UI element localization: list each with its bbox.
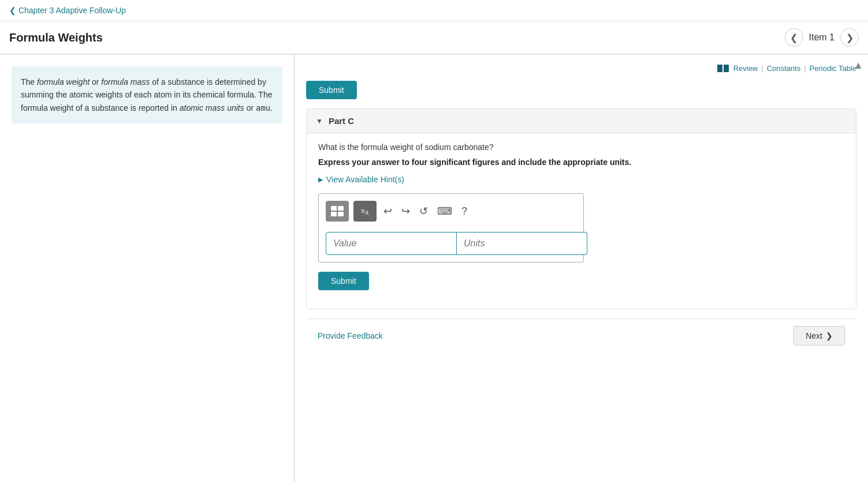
svg-rect-0 xyxy=(331,206,337,211)
formula-weight-italic: formula weight xyxy=(37,77,90,87)
submit-button-part-c[interactable]: Submit xyxy=(318,272,369,290)
constants-link[interactable]: Constants xyxy=(767,64,801,73)
breadcrumb-bar: ❮ Chapter 3 Adaptive Follow-Up xyxy=(0,0,868,21)
widget-toolbar: nA ↩ ↪ ↺ ⌨ ? xyxy=(326,201,576,226)
item-next-button[interactable]: ❯ xyxy=(840,28,859,47)
page-title: Formula Weights xyxy=(9,31,103,44)
widget-reset-btn[interactable]: ↺ xyxy=(417,203,430,220)
breadcrumb-link[interactable]: ❮ Chapter 3 Adaptive Follow-Up xyxy=(9,6,126,15)
scroll-up-indicator[interactable]: ▲ xyxy=(853,59,863,72)
provide-feedback-link[interactable]: Provide Feedback xyxy=(318,331,383,340)
info-box: The formula weight or formula mass of a … xyxy=(12,66,282,123)
instruction-text: Express your answer to four significant … xyxy=(318,158,844,167)
main-content: The formula weight or formula mass of a … xyxy=(0,55,868,482)
widget-icon-btn-1[interactable] xyxy=(326,201,349,222)
hint-arrow-icon: ▶ xyxy=(318,176,323,183)
item-prev-button[interactable]: ❮ xyxy=(785,28,803,47)
svg-rect-2 xyxy=(331,212,337,216)
breadcrumb-chevron: ❮ xyxy=(9,6,16,15)
widget-help-btn[interactable]: ? xyxy=(459,203,470,220)
part-c-section: ▼ Part C What is the formula weight of s… xyxy=(306,108,856,309)
part-c-collapse-arrow: ▼ xyxy=(316,117,323,125)
next-label: Next xyxy=(806,331,822,340)
separator-1: | xyxy=(761,64,763,73)
breadcrumb-label: Chapter 3 Adaptive Follow-Up xyxy=(18,6,126,15)
right-panel: ▲ Review | Constants | Periodic Table Su… xyxy=(295,55,868,482)
widget-icon-btn-2[interactable]: nA xyxy=(353,201,377,222)
bottom-bar: Provide Feedback Next ❯ xyxy=(306,318,856,353)
part-c-header[interactable]: ▼ Part C xyxy=(307,109,856,133)
value-input[interactable] xyxy=(326,232,457,255)
formula-mass-italic: formula mass xyxy=(101,77,150,87)
toolbar-links: Review | Constants | Periodic Table xyxy=(306,64,856,73)
amu-code: amu xyxy=(256,103,270,113)
review-link[interactable]: Review xyxy=(733,64,758,73)
item-label: Item 1 xyxy=(809,32,835,43)
separator-2: | xyxy=(804,64,806,73)
left-panel: The formula weight or formula mass of a … xyxy=(0,55,295,482)
atomic-mass-units-italic: atomic mass units xyxy=(180,103,244,113)
svg-rect-1 xyxy=(338,206,344,211)
part-c-body: What is the formula weight of sodium car… xyxy=(307,133,856,309)
hint-label: View Available Hint(s) xyxy=(326,175,404,184)
item-navigation: ❮ Item 1 ❯ xyxy=(785,28,859,47)
header-bar: Formula Weights ❮ Item 1 ❯ xyxy=(0,21,868,55)
question-text: What is the formula weight of sodium car… xyxy=(318,143,844,152)
book-icon xyxy=(717,65,729,72)
next-button[interactable]: Next ❯ xyxy=(794,326,845,346)
svg-rect-3 xyxy=(338,212,344,216)
widget-undo-btn[interactable]: ↩ xyxy=(381,203,394,220)
next-arrow-icon: ❯ xyxy=(826,331,833,340)
units-input[interactable] xyxy=(457,232,587,255)
input-row xyxy=(326,232,576,255)
part-c-label: Part C xyxy=(329,116,354,126)
widget-redo-btn[interactable]: ↪ xyxy=(399,203,412,220)
answer-widget: nA ↩ ↪ ↺ ⌨ ? xyxy=(318,193,584,263)
widget-keyboard-btn[interactable]: ⌨ xyxy=(435,203,455,220)
submit-button-top[interactable]: Submit xyxy=(306,81,357,99)
periodic-table-link[interactable]: Periodic Table xyxy=(810,64,856,73)
hint-link[interactable]: ▶ View Available Hint(s) xyxy=(318,175,844,184)
